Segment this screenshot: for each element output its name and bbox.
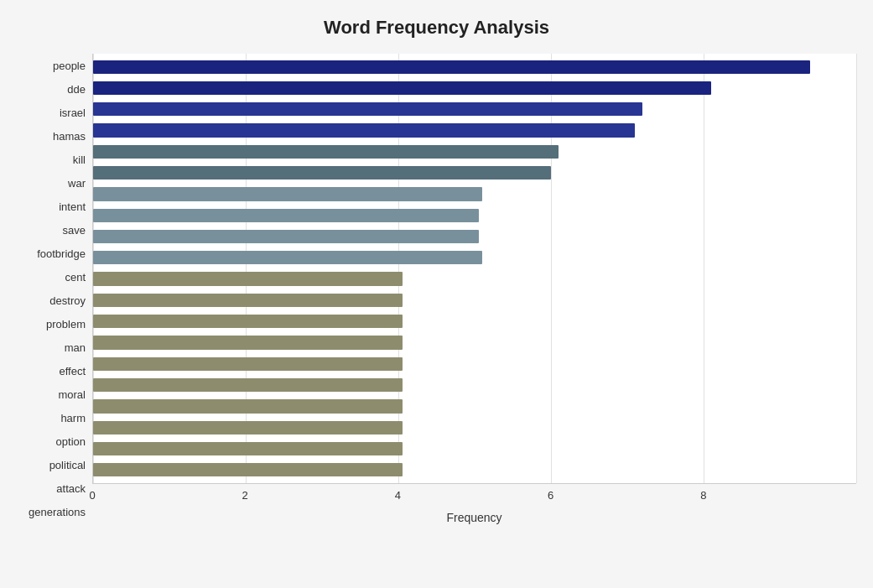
- x-tick: 2: [242, 489, 248, 502]
- y-label: dde: [67, 84, 86, 95]
- bar: [93, 81, 711, 95]
- x-axis: 02468: [92, 484, 856, 506]
- bar: [93, 399, 403, 413]
- chart-area: peopleddeisraelhamaskillwarintentsavefoo…: [17, 54, 856, 524]
- bar-row: [93, 78, 856, 97]
- y-label: destroy: [49, 295, 86, 306]
- y-label: war: [68, 178, 86, 189]
- bar: [93, 357, 403, 371]
- y-label: moral: [58, 389, 86, 400]
- y-label: hamas: [53, 131, 86, 142]
- bar-row: [93, 397, 856, 416]
- y-label: save: [63, 225, 86, 236]
- bar: [93, 336, 403, 349]
- chart-container: Word Frequency Analysis peopleddeisraelh…: [0, 0, 873, 588]
- bar-row: [93, 375, 856, 394]
- bar-row: [93, 439, 856, 458]
- y-label: problem: [46, 319, 86, 330]
- bar: [93, 315, 403, 328]
- bar-row: [93, 290, 856, 310]
- bar: [93, 209, 479, 222]
- bar-row: [93, 418, 856, 437]
- y-label: footbridge: [37, 248, 86, 259]
- bar: [93, 251, 482, 264]
- bar: [93, 102, 642, 116]
- bars-wrapper: [92, 54, 856, 484]
- x-tick: 6: [548, 489, 553, 502]
- x-axis-label: Frequency: [92, 511, 856, 524]
- bar: [93, 145, 559, 159]
- bar-row: [93, 206, 856, 225]
- x-tick: 4: [395, 489, 401, 502]
- bar-row: [93, 163, 856, 182]
- bar-row: [93, 333, 856, 352]
- bar: [93, 442, 403, 455]
- bar: [93, 187, 482, 200]
- y-label: political: [49, 460, 86, 471]
- bar: [93, 166, 551, 180]
- x-tick: 0: [89, 489, 95, 502]
- bar-row: [93, 121, 856, 140]
- x-tick: 8: [700, 489, 706, 502]
- bar-row: [93, 57, 856, 76]
- bar-row: [93, 142, 856, 161]
- chart-title: Word Frequency Analysis: [17, 17, 856, 39]
- y-label: generations: [29, 507, 86, 518]
- bar: [93, 378, 403, 392]
- y-label: cent: [65, 272, 86, 283]
- y-label: effect: [59, 366, 86, 377]
- bar-row: [93, 354, 856, 373]
- bar: [93, 272, 403, 285]
- bar-row: [93, 248, 856, 268]
- y-label: attack: [56, 483, 86, 494]
- y-labels: peopleddeisraelhamaskillwarintentsavefoo…: [17, 54, 92, 524]
- y-label: harm: [60, 413, 86, 424]
- bar: [93, 421, 403, 434]
- bars-inner: [93, 54, 856, 483]
- bar: [93, 463, 403, 476]
- y-label: intent: [59, 201, 86, 212]
- y-label: people: [53, 60, 86, 71]
- bar-row: [93, 226, 856, 246]
- bar: [93, 123, 635, 137]
- bar-row: [93, 461, 856, 480]
- y-label: option: [56, 436, 86, 447]
- bar-row: [93, 185, 856, 204]
- y-label: kill: [73, 154, 86, 165]
- y-label: man: [65, 342, 86, 353]
- bar-row: [93, 269, 856, 289]
- bar-row: [93, 100, 856, 119]
- bar: [93, 60, 810, 74]
- grid-line: [856, 54, 857, 483]
- bar: [93, 230, 479, 243]
- y-label: israel: [60, 107, 86, 118]
- bar-row: [93, 312, 856, 331]
- bar: [93, 294, 403, 307]
- bars-and-x: 02468 Frequency: [92, 54, 856, 524]
